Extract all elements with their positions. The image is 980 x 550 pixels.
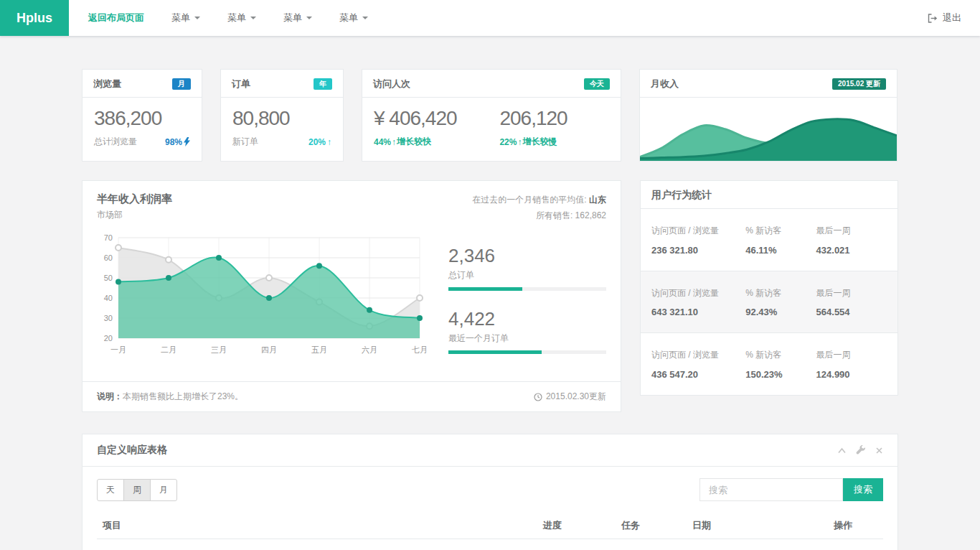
stat-value: 92.43% (745, 307, 816, 317)
stat-label: % 新访客 (745, 224, 816, 238)
menu-label: 菜单 (339, 11, 358, 24)
stat-label: % 新访客 (745, 286, 816, 300)
line-area-chart: 203040506070一月二月三月四月五月六月七月 (97, 229, 434, 357)
period-button-week[interactable]: 周 (123, 479, 151, 501)
orders-stat-value: 20% (308, 137, 326, 147)
period-button-month[interactable]: 月 (150, 479, 177, 501)
table-panel-title: 自定义响应表格 (97, 444, 167, 457)
month-orders-value: 4,422 (448, 308, 606, 330)
stat-cell: % 新访客 46.11% (745, 224, 816, 256)
menu-label: 菜单 (283, 11, 302, 24)
visits-left-stat: 44% (374, 137, 391, 147)
stat-cell: % 新访客 150.23% (745, 348, 816, 380)
month-orders-label: 最近一个月订单 (448, 332, 606, 345)
menu-dropdown-3[interactable]: 菜单 (270, 0, 326, 36)
visits-right-note: 22% ↑ 增长较慢 (499, 136, 609, 148)
stat-value: 150.23% (745, 369, 816, 380)
table-toolbar: 天 周 月 搜索 (97, 478, 883, 501)
visits-card-body: ¥ 406,420 44% ↑ 增长较快 206,120 22% ↑ 增长较慢 (362, 98, 621, 158)
level-up-icon: ↑ (517, 137, 522, 147)
stat-cell: 访问页面 / 浏览量 236 321.80 (651, 224, 745, 256)
column-header-action: 操作 (828, 513, 883, 539)
area-chart (640, 98, 897, 161)
orders-value: 80,800 (232, 107, 331, 130)
stat-cell: 访问页面 / 浏览量 643 321.10 (651, 286, 745, 318)
user-behavior-panel: 用户行为统计 访问页面 / 浏览量 236 321.80 % 新访客 46.11… (640, 180, 898, 396)
user-behavior-header: 用户行为统计 (641, 181, 897, 209)
logout-button[interactable]: 退出 (909, 0, 980, 36)
total-orders-progress-bar (448, 287, 522, 291)
stat-value: 564.554 (816, 307, 887, 317)
monthly-income-title: 月收入 (651, 78, 679, 90)
visits-left-col: ¥ 406,420 44% ↑ 增长较快 (374, 107, 499, 148)
column-header-project: 项目 (97, 513, 537, 539)
footer-note-label: 说明： (97, 391, 123, 401)
stat-label: 最后一周 (816, 286, 887, 300)
half-year-panel-body: 203040506070一月二月三月四月五月六月七月 2,346 总订单 4,4… (83, 225, 621, 381)
footer-note-text: 本期销售额比上期增长了23%。 (123, 391, 243, 401)
views-card: 浏览量 月 386,200 总计浏览量 98% (82, 69, 202, 162)
half-year-subtitle: 市场部 (97, 209, 172, 221)
search-button[interactable]: 搜索 (843, 478, 883, 501)
views-card-body: 386,200 总计浏览量 98% (83, 98, 202, 158)
half-year-title: 半年收入利润率 (97, 192, 172, 206)
stat-label: 最后一周 (816, 348, 887, 362)
stat-cell: % 新访客 92.43% (745, 286, 816, 318)
chevron-down-icon (362, 17, 368, 19)
updated-text: 2015.02.30更新 (546, 391, 606, 403)
menu-label: 菜单 (227, 11, 246, 24)
visits-right-stat: 22% (499, 137, 517, 147)
svg-text:60: 60 (104, 253, 113, 262)
back-to-layout-link[interactable]: 返回布局页面 (75, 0, 158, 36)
orders-card-header: 订单 年 (221, 70, 343, 98)
table-panel-body: 天 周 月 搜索 项目 进度 任务 日期 (83, 467, 897, 550)
collapse-icon[interactable] (837, 447, 847, 455)
total-orders-label: 总订单 (448, 269, 606, 281)
stat-value: 436 547.20 (651, 369, 740, 380)
orders-label: 新订单 (232, 136, 258, 148)
visits-left-note: 44% ↑ 增长较快 (374, 136, 499, 148)
avg-sales-line: 在过去的一个月销售的平均值: 山东 (472, 192, 606, 208)
views-value: 386,200 (94, 107, 190, 130)
views-stat-value: 98% (165, 137, 182, 147)
menu-dropdown-1[interactable]: 菜单 (158, 0, 214, 36)
column-header-progress: 进度 (537, 513, 616, 539)
stat-label: 访问页面 / 浏览量 (651, 286, 740, 300)
wrench-icon[interactable] (856, 445, 866, 455)
svg-text:50: 50 (104, 274, 113, 282)
search-input[interactable] (699, 478, 843, 501)
stat-cards-row: 浏览量 月 386,200 总计浏览量 98% 订单 (82, 69, 898, 162)
table-header-row: 项目 进度 任务 日期 操作 (97, 513, 883, 539)
table-panel-header: 自定义响应表格 (83, 434, 897, 467)
orders-card-body: 80,800 新订单 20% ↑ (221, 98, 343, 158)
menu-dropdown-4[interactable]: 菜单 (326, 0, 382, 36)
main-nav: 返回布局页面 菜单 菜单 菜单 菜单 (75, 0, 382, 36)
svg-text:七月: 七月 (411, 345, 428, 354)
period-button-day[interactable]: 天 (97, 479, 124, 501)
orders-badge: 年 (314, 78, 332, 90)
all-sales-label: 所有销售: (536, 210, 575, 220)
views-card-header: 浏览量 月 (83, 70, 202, 98)
menu-dropdown-2[interactable]: 菜单 (214, 0, 270, 36)
user-stats-row: 访问页面 / 浏览量 643 321.10 % 新访客 92.43% 最后一周 … (641, 271, 897, 333)
column-header-date: 日期 (687, 513, 828, 539)
half-year-summary: 在过去的一个月销售的平均值: 山东 所有销售: 162,862 (472, 192, 606, 223)
monthly-income-badge: 2015.02 更新 (832, 78, 886, 90)
visits-badge: 今天 (584, 78, 610, 90)
responsive-table-panel: 自定义响应表格 天 周 月 (82, 434, 898, 550)
stat-value: 46.11% (745, 245, 816, 256)
chevron-down-icon (250, 17, 256, 19)
bolt-icon (184, 137, 190, 146)
svg-text:四月: 四月 (261, 345, 277, 354)
close-icon[interactable] (875, 447, 883, 455)
orders-card-title: 订单 (232, 78, 250, 90)
brand-logo[interactable]: Hplus (0, 0, 69, 36)
stat-label: 访问页面 / 浏览量 (651, 348, 740, 362)
top-navbar: Hplus 返回布局页面 菜单 菜单 菜单 菜单 退出 (0, 0, 980, 36)
views-badge: 月 (172, 78, 191, 90)
stat-cell: 最后一周 432.021 (816, 224, 887, 256)
visits-left-text: 增长较快 (397, 136, 431, 148)
footer-note: 说明：本期销售额比上期增长了23%。 (97, 391, 243, 403)
half-year-income-panel: 半年收入利润率 市场部 在过去的一个月销售的平均值: 山东 所有销售: 162,… (82, 180, 621, 412)
visits-right-col: 206,120 22% ↑ 增长较慢 (499, 107, 609, 148)
